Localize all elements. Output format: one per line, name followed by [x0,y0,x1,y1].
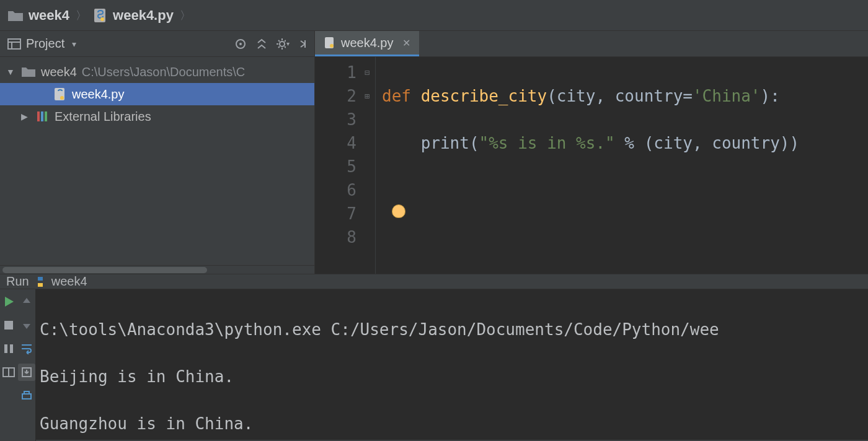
line-number: 3 [315,108,356,131]
console-line: Beijing is in China. [40,365,868,388]
project-view-icon [7,38,21,50]
keyword: def [382,87,411,105]
breadcrumb-file-label: week4.py [113,7,174,24]
svg-rect-21 [22,394,31,399]
project-view-dropdown[interactable]: ▾ [72,39,76,49]
line-number: 7 [315,202,356,225]
breadcrumb-folder-label: week4 [29,7,69,24]
svg-point-9 [60,96,64,100]
svg-point-1 [100,17,104,21]
svg-rect-17 [10,344,13,353]
project-sidebar-header: Project ▾ ▾ [0,31,314,57]
indent [382,134,421,152]
scroll-to-end-icon[interactable] [18,364,35,381]
editor-tabbar: week4.py ✕ [315,31,868,57]
folder-icon [7,9,24,22]
run-panel-body: C:\tools\Anaconda3\python.exe C:/Users/J… [0,289,868,441]
hide-panel-icon[interactable] [297,37,311,51]
rerun-button[interactable] [0,293,17,310]
breadcrumb: week4 〉 week4.py 〉 [0,0,868,31]
chevron-right-icon: 〉 [74,8,88,23]
stop-button[interactable] [0,317,17,334]
project-tree: ▼ week4 C:\Users\Jason\Documents\C week4… [0,57,314,131]
run-panel-header: Run week4 [0,274,868,289]
tree-external-label: External Libraries [55,110,151,124]
function-name: describe_city [421,87,547,105]
collapse-all-icon[interactable] [255,37,268,51]
up-stack-icon[interactable] [18,293,35,310]
fold-start-icon[interactable]: ⊟ [361,61,373,84]
line-number: 8 [315,225,356,249]
python-file-icon [324,37,336,49]
down-stack-icon[interactable] [18,317,35,334]
tree-file-name: week4.py [72,87,125,102]
fold-end-icon[interactable]: ⊞ [361,84,373,108]
line-number: 4 [315,131,356,155]
tree-external-libraries[interactable]: ▶ External Libraries [0,105,314,128]
tree-root-name: week4 [41,65,77,79]
string: "%s is in %s." [479,134,615,152]
op: = [683,87,693,105]
string: 'China' [693,87,761,105]
run-panel-toolbar [0,289,36,441]
sidebar-horizontal-scrollbar[interactable] [0,265,314,274]
svg-rect-16 [4,344,7,353]
tuple: (city, country)) [644,134,799,152]
python-icon [34,276,46,288]
line-number: 1 [315,61,356,84]
param: country [615,87,683,105]
line-number: 2 [315,84,356,108]
libraries-icon [36,110,50,123]
comma: , [595,87,614,105]
soft-wrap-icon[interactable] [18,340,35,357]
python-file-icon [53,87,67,101]
scrollbar-thumb[interactable] [2,267,207,273]
locate-icon[interactable] [234,37,247,51]
breadcrumb-folder[interactable]: week4 [7,7,69,24]
run-panel-title: Run [6,274,29,289]
expand-right-icon: ▶ [21,111,31,121]
param: city [557,87,596,105]
editor-tab[interactable]: week4.py ✕ [315,31,419,56]
colon: : [770,87,780,105]
settings-gear-icon[interactable]: ▾ [276,37,290,51]
svg-rect-11 [41,111,43,121]
print-icon[interactable] [18,387,35,404]
svg-point-7 [280,41,285,46]
pause-button[interactable] [0,340,17,357]
work-area: Project ▾ ▾ ▼ week4 C:\Users\Jason\Docum… [0,31,868,274]
python-file-icon [93,8,108,23]
project-sidebar: Project ▾ ▾ ▼ week4 C:\Users\Jason\Docum… [0,31,315,274]
tree-file-item[interactable]: week4.py [0,83,314,105]
console-output[interactable]: C:\tools\Anaconda3\python.exe C:/Users/J… [36,289,868,441]
builtin-call: print [421,134,469,152]
expand-down-icon: ▼ [6,67,16,77]
paren: ( [469,134,479,152]
layout-button[interactable] [0,364,17,381]
paren: ) [761,87,771,105]
line-number-gutter: 1 2 3 4 5 6 7 8 ⊟ ⊞ [315,57,376,274]
tree-root-folder[interactable]: ▼ week4 C:\Users\Jason\Documents\C [0,61,314,83]
svg-point-6 [239,43,242,45]
svg-point-14 [330,44,334,48]
line-number: 5 [315,155,356,178]
project-sidebar-title: Project [26,37,64,51]
folder-icon [21,66,36,78]
op: % [615,134,644,152]
code-content[interactable]: def describe_city(city, country='China')… [376,57,799,274]
editor-tab-label: week4.py [341,36,394,50]
run-config-name: week4 [51,274,87,289]
code-editor[interactable]: 1 2 3 4 5 6 7 8 ⊟ ⊞ def describe_city(ci… [315,57,868,274]
close-icon[interactable]: ✕ [402,37,410,49]
svg-rect-10 [37,111,40,121]
editor-area: week4.py ✕ 1 2 3 4 5 6 7 8 ⊟ ⊞ def descr… [315,31,868,274]
breadcrumb-file[interactable]: week4.py [93,7,174,24]
intention-bulb-icon[interactable] [392,204,405,218]
svg-rect-12 [45,111,47,121]
tree-root-path: C:\Users\Jason\Documents\C [82,65,245,79]
svg-rect-2 [8,39,20,49]
line-number: 6 [315,178,356,202]
chevron-right-icon: 〉 [179,8,192,23]
console-line: Guangzhou is in China. [40,412,868,435]
console-line: C:\tools\Anaconda3\python.exe C:/Users/J… [40,318,868,341]
